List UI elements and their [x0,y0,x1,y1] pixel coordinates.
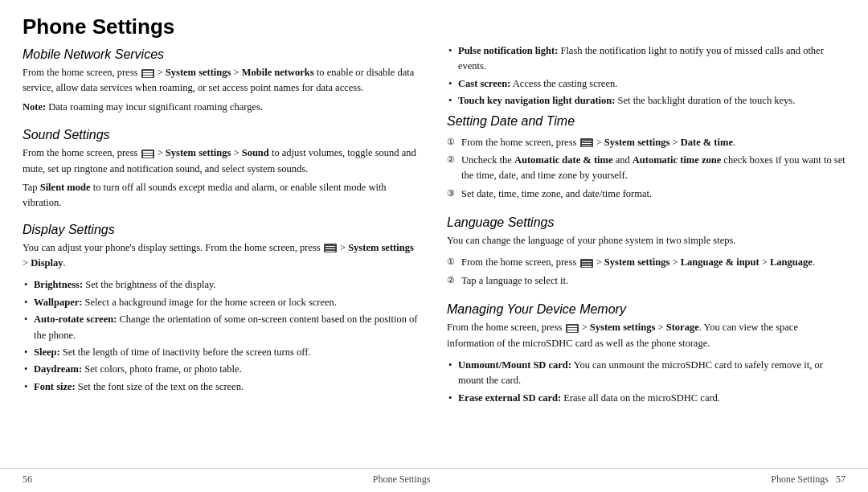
left-column: Phone Settings Mobile Network Services F… [23,14,421,460]
menu-icon-5 [580,259,593,268]
section-mobile-network-title: Mobile Network Services [23,47,421,62]
section-date-title: Setting Date and Time [447,114,845,129]
num-circle: ① [447,255,455,269]
list-item: Sleep: Set the length of time of inactiv… [23,345,421,360]
top-bullets: Pulse notification light: Flash the noti… [447,43,845,111]
list-item: Font size: Set the font size of the text… [23,379,421,395]
footer-right-section: Phone Settings 57 [771,474,845,486]
list-item: ① From the home screen, press > System s… [447,135,845,150]
footer: 56 Phone Settings Phone Settings 57 [0,469,868,492]
num-circle: ① [447,135,455,149]
footer-right-label: Phone Settings [771,474,829,485]
list-item: ① From the home screen, press > System s… [447,255,845,270]
display-intro: You can adjust your phone's display sett… [23,240,421,272]
section-sound-title: Sound Settings [23,128,421,142]
language-list: ① From the home screen, press > System s… [447,255,845,291]
sound-para1: From the home screen, press > System set… [23,146,421,177]
footer-right-page: 57 [836,474,845,485]
list-item: Wallpaper: Select a background image for… [23,295,421,310]
list-item: Unmount/Mount SD card: You can unmount t… [447,358,845,389]
menu-icon-1 [141,69,154,78]
menu-icon-2 [141,150,154,158]
display-bullets: Brightness: Set the brightness of the di… [23,277,421,396]
list-item: Erase external SD card: Erase all data o… [447,391,845,406]
num-circle: ③ [447,187,455,200]
menu-icon-3 [324,244,337,252]
date-time-list: ① From the home screen, press > System s… [447,135,845,205]
memory-intro: From the home screen, press > System set… [447,320,845,351]
footer-left-page: 56 [23,474,32,486]
list-item: Pulse notification light: Flash the noti… [447,43,845,75]
list-item: Brightness: Set the brightness of the di… [23,277,421,293]
language-intro: You can change the language of your phon… [447,233,845,248]
list-item: Auto-rotate screen: Change the orientati… [23,312,421,343]
list-item: Cast screen: Access the casting screen. [447,76,845,92]
mobile-network-note: Note: Data roaming may incur significant… [23,100,421,115]
section-display-title: Display Settings [23,223,421,237]
menu-icon-6 [566,324,579,333]
page-title: Phone Settings [23,14,421,39]
num-circle: ② [447,273,455,287]
menu-icon-4 [580,138,593,147]
section-memory-title: Managing Your Device Memory [447,302,845,317]
sound-para2: Tap Silent mode to turn off all sounds e… [23,180,421,211]
list-item: Touch key navigation light duration: Set… [447,93,845,109]
num-circle: ② [447,153,455,166]
right-column: Pulse notification light: Flash the noti… [447,14,845,460]
mobile-network-para1: From the home screen, press > System set… [23,65,421,96]
memory-bullets: Unmount/Mount SD card: You can unmount t… [447,358,845,408]
list-item: ③ Set date, time, time zone, and date/ti… [447,187,845,202]
footer-center-label: Phone Settings [373,474,431,486]
list-item: Daydream: Set colors, photo frame, or ph… [23,362,421,377]
list-item: ② Uncheck the Automatic date & time and … [447,153,845,184]
section-language-title: Language Settings [447,215,845,230]
list-item: ② Tap a language to select it. [447,273,845,289]
